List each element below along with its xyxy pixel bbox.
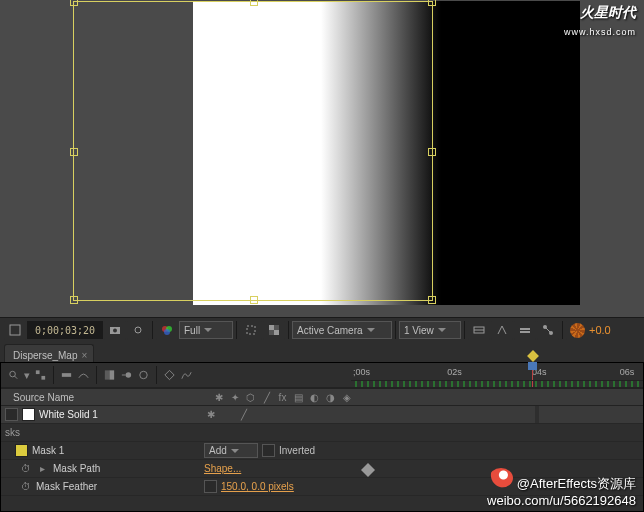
- constrain-proportions-checkbox[interactable]: [204, 480, 217, 493]
- mask-feather-label: Mask Feather: [36, 481, 97, 492]
- exposure-value[interactable]: +0.0: [589, 324, 611, 336]
- mask-color-swatch[interactable]: [15, 444, 28, 457]
- search-icon[interactable]: [7, 369, 20, 382]
- always-preview-button[interactable]: [4, 320, 26, 340]
- inverted-label: Inverted: [279, 445, 315, 456]
- layer-split-gap: [535, 406, 539, 423]
- ruler-tick: 06s: [620, 367, 635, 377]
- chevron-down-icon: [367, 328, 375, 332]
- svg-rect-7: [247, 326, 255, 334]
- current-time-display[interactable]: 0;00;03;20: [27, 321, 103, 339]
- keyframe-icon[interactable]: [361, 463, 375, 477]
- fast-previews-button[interactable]: [491, 320, 513, 340]
- svg-point-2: [113, 329, 117, 333]
- shy-switch[interactable]: ✱: [204, 408, 217, 421]
- stopwatch-icon[interactable]: ⏱: [19, 462, 32, 475]
- video-toggle[interactable]: [5, 408, 18, 421]
- svg-rect-8: [269, 325, 274, 330]
- av-fx-icon: fx: [276, 391, 289, 404]
- handle-mid-right[interactable]: [428, 148, 436, 156]
- mask-row[interactable]: Mask 1 Add Inverted: [1, 442, 643, 460]
- quality-switch[interactable]: ╱: [237, 408, 250, 421]
- camera-label: Active Camera: [297, 325, 363, 336]
- viewcount-label: 1 View: [404, 325, 434, 336]
- source-name-header[interactable]: Source Name: [1, 389, 208, 405]
- comp-mini-flowchart-button[interactable]: [34, 369, 47, 382]
- handle-bot-mid[interactable]: [250, 296, 258, 304]
- ruler-tick: ;00s: [353, 367, 370, 377]
- svg-point-28: [140, 371, 147, 378]
- mask-shape-link[interactable]: Shape...: [204, 463, 241, 474]
- camera-view-dropdown[interactable]: Active Camera: [292, 321, 392, 339]
- close-icon[interactable]: ×: [81, 350, 87, 361]
- frame-blend-button[interactable]: [103, 369, 116, 382]
- keyframe-marker-icon: [526, 349, 540, 363]
- flowchart-button[interactable]: [537, 320, 559, 340]
- mask-feather-value[interactable]: 150.0, 0.0 pixels: [221, 481, 294, 492]
- handle-bot-right[interactable]: [428, 296, 436, 304]
- av-fx-icon: ✦: [228, 391, 241, 404]
- av-quality-icon: ╱: [260, 391, 273, 404]
- tab-disperse-map[interactable]: Disperse_Map ×: [4, 344, 94, 364]
- resolution-dropdown[interactable]: Full: [179, 321, 233, 339]
- svg-rect-25: [110, 370, 115, 379]
- svg-rect-9: [274, 330, 279, 335]
- av-shy-icon: ✱: [212, 391, 225, 404]
- svg-rect-24: [105, 370, 110, 379]
- layer-color-swatch[interactable]: [22, 408, 35, 421]
- timeline-toolbar: ▾ ;00s 02s 04s 06s: [1, 363, 643, 388]
- svg-rect-0: [10, 325, 20, 335]
- timecode-text: 0;00;03;20: [35, 325, 95, 336]
- layer-row-white-solid[interactable]: White Solid 1 ✱ ╱: [1, 406, 643, 424]
- roi-button[interactable]: [240, 320, 262, 340]
- svg-rect-22: [41, 376, 45, 380]
- view-count-dropdown[interactable]: 1 View: [399, 321, 461, 339]
- brainstorm-button[interactable]: [137, 369, 150, 382]
- mask-mode-dropdown[interactable]: Add: [204, 443, 258, 458]
- expand-icon[interactable]: ▸: [36, 462, 49, 475]
- svg-rect-14: [520, 328, 530, 330]
- svg-point-26: [126, 372, 132, 378]
- layer-bounding-box[interactable]: [73, 1, 433, 301]
- auto-keyframe-button[interactable]: [163, 369, 176, 382]
- cti-handle-icon[interactable]: [528, 362, 537, 370]
- reset-exposure-button[interactable]: [566, 320, 588, 340]
- draft-3d-button[interactable]: [60, 369, 73, 382]
- snapshot-button[interactable]: [104, 320, 126, 340]
- timeline-track-header: [367, 389, 643, 405]
- handle-top-left[interactable]: [70, 0, 78, 6]
- show-snapshot-button[interactable]: [127, 320, 149, 340]
- masks-label: sks: [5, 427, 20, 438]
- handle-bot-left[interactable]: [70, 296, 78, 304]
- shy-button[interactable]: [77, 369, 90, 382]
- svg-rect-11: [269, 330, 274, 335]
- exposure-icon: [570, 323, 585, 338]
- composition-viewer[interactable]: 火星时代 www.hxsd.com: [0, 0, 644, 317]
- av-motionblur-icon: ◐: [308, 391, 321, 404]
- channel-button[interactable]: [156, 320, 178, 340]
- stopwatch-icon[interactable]: ⏱: [19, 480, 32, 493]
- timeline-tab-bar: Disperse_Map ×: [0, 342, 644, 364]
- handle-top-right[interactable]: [428, 0, 436, 6]
- handle-top-mid[interactable]: [250, 0, 258, 6]
- weibo-url: weibo.com/u/5662192648: [487, 493, 636, 508]
- watermark-url: www.hxsd.com: [564, 27, 636, 37]
- pixel-aspect-button[interactable]: [468, 320, 490, 340]
- av-frameblend-icon: ▤: [292, 391, 305, 404]
- mask-name: Mask 1: [32, 445, 64, 456]
- svg-point-6: [164, 329, 170, 335]
- chevron-down-icon: [438, 328, 446, 332]
- watermark-brand: 火星时代: [580, 4, 636, 20]
- mask-inverted-checkbox[interactable]: [262, 444, 275, 457]
- graph-editor-button[interactable]: [180, 369, 193, 382]
- timeline-button[interactable]: [514, 320, 536, 340]
- svg-rect-10: [274, 325, 279, 330]
- mask-mode-label: Add: [209, 445, 227, 456]
- watermark-top: 火星时代 www.hxsd.com: [564, 4, 636, 38]
- av-collapse-icon: ⬡: [244, 391, 257, 404]
- handle-mid-left[interactable]: [70, 148, 78, 156]
- ruler-tick: 02s: [447, 367, 462, 377]
- mask-path-label: Mask Path: [53, 463, 100, 474]
- transparency-grid-button[interactable]: [263, 320, 285, 340]
- motion-blur-button[interactable]: [120, 369, 133, 382]
